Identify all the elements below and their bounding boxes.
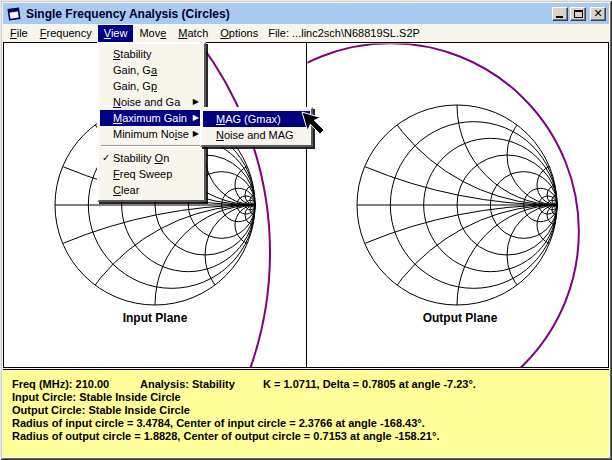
loaded-file-label: File: ...linc2sch\N68819SL.S2P	[264, 25, 424, 42]
app-icon	[7, 7, 22, 21]
panel-divider	[306, 43, 307, 367]
window-title: Single Frequency Analysis (Circles)	[26, 7, 552, 21]
output-plane-label: Output Plane	[400, 311, 520, 325]
menu-item-mag-gmax[interactable]: MAG (Gmax)	[203, 111, 310, 127]
menu-item-gain-gp[interactable]: Gain, Gp	[100, 78, 203, 94]
menu-item-label: MAG (Gmax)	[216, 113, 281, 125]
status-line-4: Radius of input circle = 3.4784, Center …	[12, 417, 609, 430]
menu-item-label: Noise and MAG	[216, 129, 294, 141]
menu-item-minimum-noise[interactable]: Minimum Noise▶	[100, 126, 203, 142]
status-line-3: Output Circle: Stable Inside Circle	[12, 404, 609, 417]
freq-value: Freq (MHz): 210.00	[12, 378, 140, 391]
status-line-5: Radius of output circle = 1.8828, Center…	[12, 430, 609, 443]
title-bar: Single Frequency Analysis (Circles) ✕	[3, 3, 609, 24]
menu-options[interactable]: Options	[214, 25, 264, 42]
menu-file[interactable]: File	[4, 25, 34, 42]
menu-item-label: Maximum Gain	[113, 112, 187, 124]
menu-item-freq-sweep[interactable]: Freq Sweep	[100, 166, 203, 182]
maximize-icon	[574, 10, 583, 18]
menu-item-clear[interactable]: Clear	[100, 182, 203, 198]
maximum-gain-submenu: MAG (Gmax)Noise and MAG	[200, 107, 313, 147]
menu-item-label: Clear	[113, 184, 139, 196]
status-line-2: Input Circle: Stable Inside Circle	[12, 391, 609, 404]
menu-item-label: Gain, Gp	[113, 80, 157, 92]
app-window: Single Frequency Analysis (Circles) ✕ Fi…	[0, 0, 612, 460]
checkmark-icon: ✓	[102, 150, 110, 166]
menu-item-noise-and-mag[interactable]: Noise and MAG	[203, 127, 310, 143]
menu-item-maximum-gain[interactable]: Maximum Gain▶	[100, 110, 203, 126]
minimize-button[interactable]	[552, 7, 568, 21]
menu-bar: FileFrequencyViewMoveMatchOptions File: …	[3, 25, 609, 42]
menu-separator	[101, 145, 202, 147]
menu-move[interactable]: Move	[133, 25, 172, 42]
status-panel: Freq (MHz): 210.00Analysis: StabilityK =…	[3, 369, 609, 457]
menu-item-label: Noise and Ga	[113, 96, 180, 108]
menu-item-stability[interactable]: Stability	[100, 46, 203, 62]
menu-view[interactable]: View	[98, 25, 134, 42]
close-button[interactable]: ✕	[590, 7, 606, 21]
menu-bar-items: FileFrequencyViewMoveMatchOptions	[4, 25, 264, 42]
submenu-arrow-icon: ▶	[193, 110, 199, 126]
input-plane-label: Input Plane	[95, 311, 215, 325]
submenu-arrow-icon: ▶	[193, 94, 199, 110]
menu-item-label: Stability	[113, 48, 152, 60]
k-delta-value: K = 1.0711, Delta = 0.7805 at angle -7.2…	[263, 378, 476, 390]
mouse-cursor-icon	[301, 111, 327, 139]
analysis-value: Analysis: Stability	[140, 378, 263, 391]
close-icon: ✕	[591, 8, 605, 20]
menu-item-label: Minimum Noise	[113, 128, 189, 140]
menu-item-stability-on[interactable]: ✓Stability On	[100, 150, 203, 166]
submenu-arrow-icon: ▶	[193, 126, 199, 142]
status-line-1: Freq (MHz): 210.00Analysis: StabilityK =…	[12, 378, 609, 391]
menu-item-label: Stability On	[113, 152, 169, 164]
menu-item-gain-ga[interactable]: Gain, Ga	[100, 62, 203, 78]
minimize-icon	[556, 16, 563, 18]
view-menu-dropdown: StabilityGain, GaGain, GpNoise and Ga▶Ma…	[97, 42, 206, 202]
maximize-button[interactable]	[570, 7, 586, 21]
menu-item-noise-and-ga[interactable]: Noise and Ga▶	[100, 94, 203, 110]
menu-frequency[interactable]: Frequency	[34, 25, 98, 42]
menu-item-label: Gain, Ga	[113, 64, 157, 76]
menu-item-label: Freq Sweep	[113, 168, 172, 180]
menu-match[interactable]: Match	[172, 25, 214, 42]
